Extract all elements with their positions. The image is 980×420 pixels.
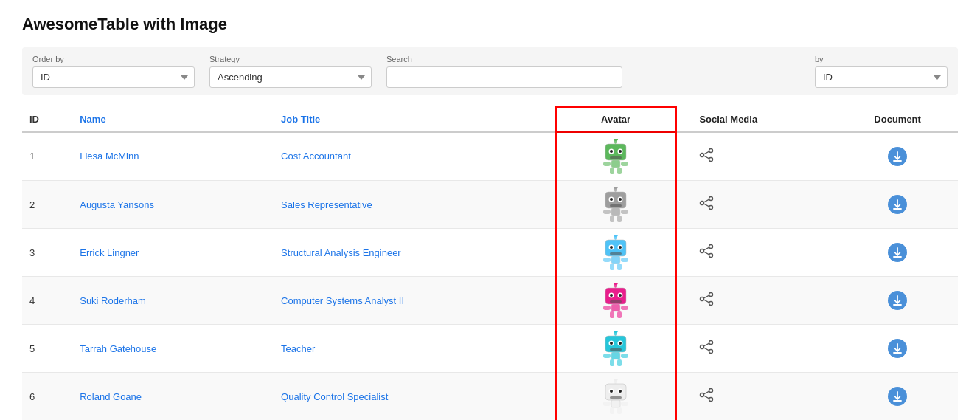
svg-point-82 — [619, 342, 622, 345]
svg-rect-65 — [611, 304, 620, 311]
svg-point-109 — [709, 398, 713, 402]
download-icon[interactable] — [888, 243, 907, 262]
cell-name[interactable]: Liesa McMinn — [72, 132, 274, 181]
download-icon[interactable] — [888, 195, 907, 214]
svg-point-89 — [709, 341, 713, 345]
svg-rect-103 — [611, 400, 620, 407]
avatar — [564, 331, 668, 366]
controls-bar: Order by ID Name Job Title Strategy Asce… — [22, 47, 958, 95]
svg-line-92 — [704, 343, 709, 346]
cell-document — [837, 277, 958, 325]
cell-social — [676, 229, 837, 277]
download-icon[interactable] — [888, 147, 907, 166]
svg-point-101 — [619, 390, 622, 393]
svg-line-112 — [704, 396, 709, 399]
svg-rect-8 — [611, 160, 620, 168]
svg-point-100 — [610, 390, 613, 393]
svg-rect-83 — [610, 348, 622, 351]
svg-point-81 — [610, 342, 613, 345]
svg-point-72 — [701, 297, 704, 301]
svg-point-90 — [709, 350, 713, 354]
cell-name[interactable]: Roland Goane — [72, 373, 274, 421]
cell-avatar — [555, 373, 676, 421]
cell-document — [837, 181, 958, 229]
share-icon[interactable] — [699, 388, 714, 404]
cell-social — [676, 325, 837, 373]
svg-line-35 — [704, 199, 709, 202]
order-by-group: Order by ID Name Job Title — [32, 55, 195, 88]
share-icon[interactable] — [699, 196, 714, 213]
svg-point-39 — [614, 235, 618, 237]
svg-line-36 — [704, 204, 709, 207]
svg-point-44 — [619, 246, 622, 249]
order-by-label: Order by — [32, 55, 195, 63]
svg-point-15 — [701, 153, 704, 156]
svg-rect-86 — [621, 354, 628, 358]
download-icon[interactable] — [888, 339, 907, 358]
svg-rect-9 — [603, 162, 611, 166]
share-icon[interactable] — [699, 340, 714, 357]
order-by-select[interactable]: ID Name Job Title — [32, 66, 195, 88]
table-row: 4Suki RoderhamComputer Systems Analyst I… — [22, 277, 958, 325]
svg-point-53 — [701, 249, 704, 253]
svg-point-96 — [614, 379, 618, 381]
cell-id: 6 — [22, 373, 72, 421]
svg-rect-84 — [611, 352, 620, 359]
cell-document — [837, 132, 958, 181]
svg-rect-30 — [610, 216, 614, 222]
cell-name[interactable]: Errick Lingner — [72, 229, 274, 277]
svg-line-111 — [704, 391, 709, 394]
svg-point-20 — [614, 187, 618, 189]
cell-avatar — [555, 229, 676, 277]
strategy-select[interactable]: Ascending Descending — [209, 66, 372, 88]
cell-avatar — [555, 181, 676, 229]
col-header-name: Name — [72, 107, 274, 132]
svg-rect-64 — [610, 300, 622, 303]
svg-line-73 — [704, 295, 709, 298]
cell-social — [676, 181, 837, 229]
svg-point-71 — [709, 302, 713, 306]
svg-rect-67 — [621, 306, 628, 310]
svg-rect-105 — [621, 402, 628, 406]
avatar — [564, 139, 668, 174]
by-label: by — [815, 55, 948, 63]
svg-rect-85 — [603, 354, 611, 358]
col-header-social: Social Media — [676, 107, 837, 132]
svg-rect-29 — [621, 210, 628, 214]
table-row: 6Roland GoaneQuality Control Specialist — [22, 373, 958, 421]
avatar — [564, 235, 668, 270]
svg-rect-45 — [610, 252, 622, 255]
by-select[interactable]: ID Name Job Title — [815, 66, 948, 88]
svg-rect-69 — [617, 311, 622, 318]
download-icon[interactable] — [888, 291, 907, 310]
svg-point-25 — [619, 198, 622, 201]
svg-line-54 — [704, 247, 709, 250]
svg-point-33 — [709, 206, 713, 210]
svg-line-55 — [704, 252, 709, 255]
svg-rect-47 — [603, 258, 611, 262]
svg-line-74 — [704, 300, 709, 303]
cell-name[interactable]: Augusta Yansons — [72, 181, 274, 229]
svg-rect-26 — [610, 204, 622, 207]
search-group: Search — [386, 55, 800, 88]
svg-rect-31 — [617, 216, 622, 222]
svg-rect-87 — [610, 359, 614, 366]
svg-point-43 — [610, 246, 613, 249]
table-row: 2Augusta YansonsSales Representative — [22, 181, 958, 229]
svg-point-70 — [709, 293, 713, 297]
cell-name[interactable]: Tarrah Gatehouse — [72, 325, 274, 373]
table-row: 5Tarrah GatehouseTeacher — [22, 325, 958, 373]
svg-rect-66 — [603, 306, 611, 310]
svg-point-32 — [709, 197, 713, 201]
svg-rect-7 — [610, 156, 622, 159]
share-icon[interactable] — [699, 292, 714, 309]
table-header-row: ID Name Job Title Avatar Social Media Do… — [22, 107, 958, 132]
cell-name[interactable]: Suki Roderham — [72, 277, 274, 325]
download-icon[interactable] — [888, 387, 907, 406]
share-icon[interactable] — [699, 244, 714, 261]
svg-rect-107 — [617, 407, 622, 414]
search-input[interactable] — [386, 66, 622, 88]
cell-jobtitle: Quality Control Specialist — [274, 373, 555, 421]
svg-rect-11 — [610, 168, 614, 174]
share-icon[interactable] — [699, 148, 714, 165]
